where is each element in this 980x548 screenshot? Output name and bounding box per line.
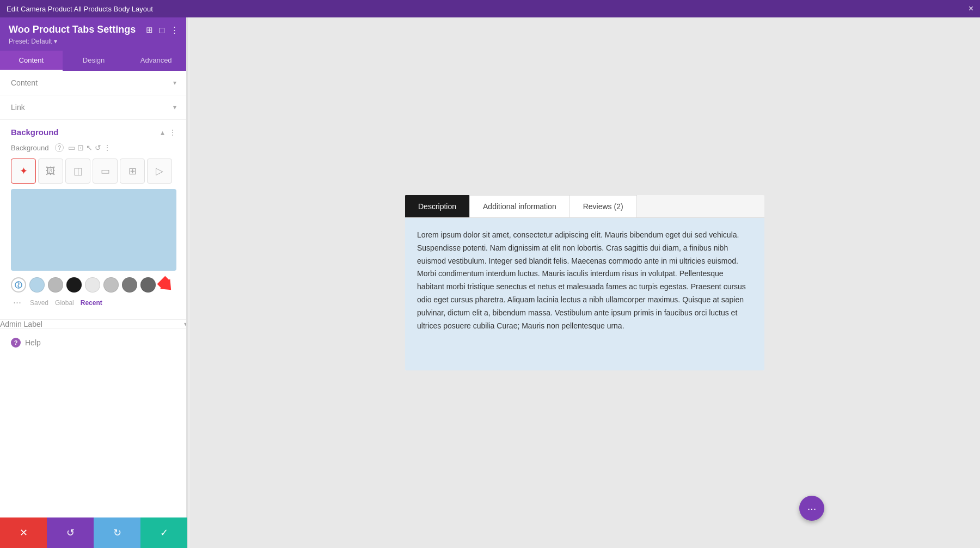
color-swatches-row <box>11 277 176 293</box>
swatch-lightblue[interactable] <box>29 277 45 293</box>
sidebar-title: Woo Product Tabs Settings <box>9 24 136 35</box>
background-row: Background ? ▭ ⊡ ↖ ↺ ⋮ <box>11 143 176 152</box>
sidebar-header: Woo Product Tabs Settings ⊞ ◻ ⋮ Preset: … <box>0 17 187 51</box>
swatch-gray2[interactable] <box>140 277 156 293</box>
help-icon: ? <box>11 338 21 348</box>
color-tabs-more-icon[interactable]: ··· <box>13 297 21 308</box>
bg-type-image2-btn[interactable]: ◫ <box>65 159 90 184</box>
sidebar-resize-handle[interactable] <box>186 17 188 548</box>
background-collapse-icon[interactable]: ▴ <box>161 128 164 137</box>
link-chevron-icon: ▾ <box>173 103 176 111</box>
bg-options-icon[interactable]: ⋮ <box>103 143 111 152</box>
swatch-lightgray[interactable] <box>85 277 100 293</box>
product-tab-description[interactable]: Description <box>405 195 470 217</box>
bg-icons-row: ▭ ⊡ ↖ ↺ ⋮ <box>68 143 111 152</box>
bg-device-desktop-icon[interactable]: ▭ <box>68 143 75 152</box>
bg-device-tablet-icon[interactable]: ⊡ <box>77 143 84 152</box>
admin-label-section-header[interactable]: Admin Label ▾ <box>0 320 187 329</box>
bg-type-pattern-btn[interactable]: ⊞ <box>120 159 145 184</box>
bg-color-preview <box>11 189 176 271</box>
fab-icon: ··· <box>807 502 817 515</box>
bg-type-color-btn[interactable]: ✦ <box>11 159 36 184</box>
background-section-title: Background <box>11 127 59 137</box>
sidebar-header-icons: ⊞ ◻ ⋮ <box>146 25 179 35</box>
background-help-icon[interactable]: ? <box>55 143 64 152</box>
bg-cursor-icon[interactable]: ↖ <box>86 143 93 152</box>
product-tabs-widget: Description Additional information Revie… <box>405 195 764 370</box>
sidebar-bottom-bar: ✕ ↺ ↻ ✓ <box>0 517 187 548</box>
product-tab-reviews[interactable]: Reviews (2) <box>569 195 637 217</box>
bg-type-gradient-btn[interactable]: ▭ <box>93 159 118 184</box>
help-row[interactable]: ? Help <box>0 329 187 356</box>
close-icon[interactable]: × <box>969 4 973 13</box>
fab-button[interactable]: ··· <box>799 496 824 521</box>
more-icon[interactable]: ⋮ <box>170 25 179 35</box>
product-tab-additional-info[interactable]: Additional information <box>469 195 570 217</box>
color-picker-icon[interactable] <box>11 277 26 293</box>
color-tab-saved[interactable]: Saved <box>28 298 51 308</box>
bg-reset-icon[interactable]: ↺ <box>95 143 101 152</box>
admin-label-section-title: Admin Label <box>0 320 42 328</box>
redo-button[interactable]: ↻ <box>94 517 140 548</box>
swatch-red[interactable] <box>156 275 176 295</box>
swatch-silver[interactable] <box>103 277 119 293</box>
columns-icon[interactable]: ◻ <box>158 25 165 35</box>
bg-type-buttons: ✦ 🖼 ◫ ▭ ⊞ ▷ <box>11 159 176 184</box>
tab-advanced[interactable]: Advanced <box>125 51 187 71</box>
swatch-darkgray[interactable] <box>122 277 137 293</box>
title-bar-text: Edit Camera Product All Products Body La… <box>7 5 153 13</box>
background-more-icon[interactable]: ⋮ <box>169 128 176 137</box>
sidebar: Woo Product Tabs Settings ⊞ ◻ ⋮ Preset: … <box>0 17 187 548</box>
save-button[interactable]: ✓ <box>140 517 187 548</box>
bg-type-image-btn[interactable]: 🖼 <box>38 159 63 184</box>
link-section-header[interactable]: Link ▾ <box>0 95 187 120</box>
content-section-title: Content <box>11 78 38 87</box>
product-tab-content: Lorem ipsum dolor sit amet, consectetur … <box>405 218 764 370</box>
main-canvas: Description Additional information Revie… <box>189 17 980 548</box>
cancel-button[interactable]: ✕ <box>0 517 47 548</box>
product-tabs-nav: Description Additional information Revie… <box>405 195 764 218</box>
content-section-header[interactable]: Content ▾ <box>0 71 187 95</box>
help-label: Help <box>25 338 41 347</box>
background-section-actions: ▴ ⋮ <box>161 128 176 137</box>
tab-design[interactable]: Design <box>63 51 125 71</box>
sidebar-preset[interactable]: Preset: Default ▾ <box>9 38 179 45</box>
color-tabs-row: ··· Saved Global Recent <box>11 297 176 308</box>
color-tab-recent[interactable]: Recent <box>78 298 105 308</box>
product-tab-description-text: Lorem ipsum dolor sit amet, consectetur … <box>417 229 752 332</box>
grid-icon[interactable]: ⊞ <box>146 25 153 35</box>
swatch-black[interactable] <box>66 277 82 293</box>
content-chevron-icon: ▾ <box>173 79 176 87</box>
background-label: Background <box>11 144 48 152</box>
swatch-gray1[interactable] <box>48 277 63 293</box>
sidebar-body: Content ▾ Link ▾ Background ▴ ⋮ Backgrou… <box>0 71 187 548</box>
title-bar: Edit Camera Product All Products Body La… <box>0 0 980 17</box>
tab-content[interactable]: Content <box>0 51 63 71</box>
sidebar-tabs: Content Design Advanced <box>0 51 187 71</box>
color-tab-global[interactable]: Global <box>53 298 76 308</box>
background-section: Background ▴ ⋮ Background ? ▭ ⊡ ↖ ↺ ⋮ <box>0 120 187 320</box>
bg-type-video-btn[interactable]: ▷ <box>147 159 172 184</box>
undo-button[interactable]: ↺ <box>47 517 94 548</box>
link-section-title: Link <box>11 103 25 112</box>
